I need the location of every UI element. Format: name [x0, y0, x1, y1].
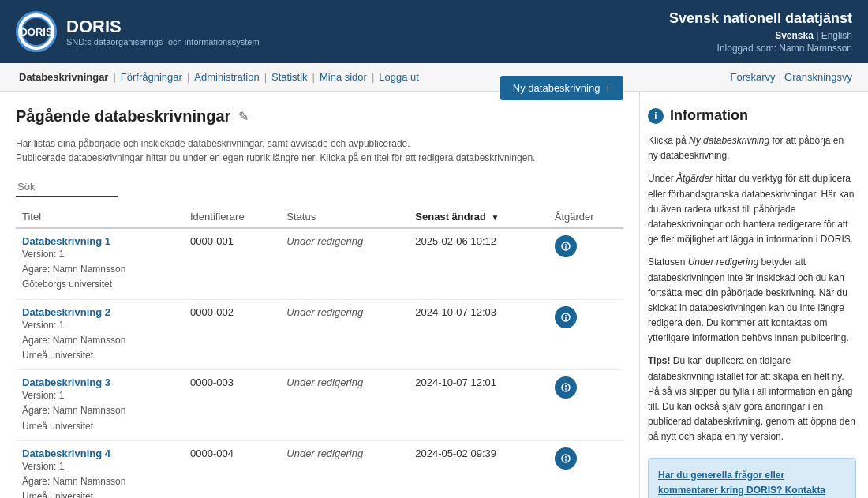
- logo-area: DORIS DORIS SND:s dataorganiserings- och…: [16, 11, 260, 52]
- svg-rect-10: [565, 388, 566, 391]
- info-title: Information: [670, 107, 748, 124]
- cell-identifier-3: 0000-004: [184, 440, 280, 498]
- cell-title-1: Databeskrivning 2 Version: 1 Ägare: Namn…: [16, 299, 184, 370]
- page-title-row: Pågående databeskrivningar ✎: [16, 107, 249, 125]
- sep1: |: [111, 71, 117, 83]
- table-row: Databeskrivning 1 Version: 1 Ägare: Namn…: [16, 228, 623, 299]
- cell-status-1: Under redigering: [280, 299, 409, 370]
- action-button-3[interactable]: [555, 447, 577, 470]
- page-description: Här listas dina påbörjade och inskickade…: [16, 137, 623, 165]
- record-meta-3: Version: 1 Ägare: Namn Namnsson Umeå uni…: [22, 459, 178, 498]
- lang-svenska[interactable]: Svenska: [775, 30, 814, 41]
- logo-text: DORIS SND:s dataorganiserings- och infor…: [66, 17, 260, 47]
- sep6: |: [779, 71, 781, 83]
- cell-status-3: Under redigering: [280, 440, 409, 498]
- action-button-0[interactable]: [555, 235, 577, 257]
- svg-text:DORIS: DORIS: [21, 26, 51, 38]
- cell-identifier-1: 0000-002: [184, 299, 280, 370]
- info-tip-box: Har du generella frågor eller kommentare…: [648, 458, 856, 498]
- record-title-3[interactable]: Databeskrivning 4: [22, 447, 178, 459]
- records-table: Titel Identifierare Status Senast ändrad…: [16, 206, 623, 498]
- sep5: |: [370, 71, 376, 83]
- nav-right: Forskarvy | Granskningsvy: [731, 71, 852, 83]
- service-name: Svensk nationell datatjänst: [669, 10, 852, 27]
- action-button-1[interactable]: [555, 306, 577, 328]
- new-databeskrivning-button[interactable]: Ny databeskrivning +: [500, 76, 623, 100]
- plus-icon: +: [604, 82, 611, 94]
- cell-identifier-0: 0000-001: [184, 228, 280, 299]
- contact-snd-link[interactable]: Har du generella frågor eller kommentare…: [658, 470, 825, 498]
- sidebar: i Information Klicka på Ny databeskrivni…: [639, 92, 868, 498]
- nav-statistik[interactable]: Statistik: [268, 71, 311, 83]
- svg-rect-13: [565, 458, 566, 461]
- action-button-2[interactable]: [555, 376, 577, 399]
- cell-date-0: 2025-02-06 10:12: [409, 228, 548, 299]
- info-para-4: Tips! Du kan duplicera en tidigare datab…: [648, 354, 856, 444]
- lang-english[interactable]: English: [821, 30, 852, 41]
- record-meta-0: Version: 1 Ägare: Namn Namnsson Göteborg…: [22, 247, 178, 293]
- table-row: Databeskrivning 3 Version: 1 Ägare: Namn…: [16, 370, 623, 441]
- nav-forskarvy[interactable]: Forskarvy: [731, 71, 776, 83]
- col-status: Status: [280, 206, 409, 228]
- cell-actions-3: [548, 440, 623, 498]
- logo-title: DORIS: [66, 17, 260, 37]
- info-circle-icon: i: [648, 108, 664, 124]
- sep3: |: [263, 71, 268, 83]
- content-area: Pågående databeskrivningar ✎ Ny databesk…: [0, 92, 639, 498]
- record-title-2[interactable]: Databeskrivning 3: [22, 376, 178, 388]
- sort-arrow: ▼: [492, 213, 499, 222]
- table-body: Databeskrivning 1 Version: 1 Ägare: Namn…: [16, 228, 623, 498]
- nav-forfrågningar[interactable]: Förfrågningar: [118, 71, 185, 83]
- info-panel: i Information Klicka på Ny databeskrivni…: [648, 107, 856, 498]
- search-row: [16, 178, 623, 197]
- cell-date-1: 2024-10-07 12:03: [409, 299, 548, 370]
- svg-point-6: [565, 315, 567, 316]
- col-atgarder: Åtgärder: [548, 206, 623, 228]
- edit-title-icon[interactable]: ✎: [238, 109, 249, 124]
- info-para-1: Klicka på Ny databeskrivning för att påb…: [648, 133, 856, 163]
- info-para-3: Statusen Under redigering betyder att da…: [648, 255, 856, 346]
- nav-left: Databeskrivningar | Förfrågningar | Admi…: [16, 71, 422, 83]
- col-identifierare: Identifierare: [184, 206, 280, 228]
- table-row: Databeskrivning 4 Version: 1 Ägare: Namn…: [16, 440, 623, 498]
- language-switcher[interactable]: Svenska | English: [669, 30, 852, 41]
- table-row: Databeskrivning 2 Version: 1 Ägare: Namn…: [16, 299, 623, 370]
- svg-rect-7: [565, 316, 566, 320]
- col-senast-andrad[interactable]: Senast ändrad ▼: [409, 206, 548, 228]
- logo-subtitle: SND:s dataorganiserings- och information…: [66, 37, 260, 47]
- record-title-1[interactable]: Databeskrivning 2: [22, 306, 178, 318]
- logged-in-label: Inloggad som: Namn Namnsson: [669, 43, 852, 54]
- record-meta-1: Version: 1 Ägare: Namn Namnsson Umeå uni…: [22, 318, 178, 364]
- sep4: |: [311, 71, 316, 83]
- nav-databeskrivningar[interactable]: Databeskrivningar: [16, 71, 111, 83]
- cell-date-2: 2024-10-07 12:01: [409, 370, 548, 441]
- cell-identifier-2: 0000-003: [184, 370, 280, 441]
- cell-title-3: Databeskrivning 4 Version: 1 Ägare: Namn…: [16, 440, 184, 498]
- nav-granskningsvy[interactable]: Granskningsvy: [784, 71, 852, 83]
- svg-point-9: [565, 385, 567, 387]
- desc-line1: Här listas dina påbörjade och inskickade…: [16, 138, 410, 149]
- new-button-label: Ny databeskrivning: [513, 82, 600, 94]
- search-input[interactable]: [16, 178, 118, 197]
- svg-point-12: [565, 456, 567, 458]
- cell-actions-1: [548, 299, 623, 370]
- desc-line2: Publicerade databeskrivningar hittar du …: [16, 152, 535, 163]
- nav-logga-ut[interactable]: Logga ut: [376, 71, 422, 83]
- col-titel: Titel: [16, 206, 184, 228]
- record-title-0[interactable]: Databeskrivning 1: [22, 235, 178, 247]
- page-title: Pågående databeskrivningar: [16, 107, 230, 125]
- info-body: Klicka på Ny databeskrivning för att påb…: [648, 133, 856, 445]
- cell-actions-2: [548, 370, 623, 441]
- cell-actions-0: [548, 228, 623, 299]
- nav-mina-sidor[interactable]: Mina sidor: [316, 71, 370, 83]
- sep2: |: [185, 71, 191, 83]
- record-meta-2: Version: 1 Ägare: Namn Namnsson Umeå uni…: [22, 388, 178, 434]
- info-header: i Information: [648, 107, 856, 124]
- cell-status-2: Under redigering: [280, 370, 409, 441]
- cell-title-2: Databeskrivning 3 Version: 1 Ägare: Namn…: [16, 370, 184, 441]
- main-layout: Pågående databeskrivningar ✎ Ny databesk…: [0, 92, 868, 498]
- svg-point-3: [565, 244, 567, 245]
- nav-administration[interactable]: Administration: [191, 71, 262, 83]
- header-right: Svensk nationell datatjänst Svenska | En…: [669, 10, 852, 54]
- cell-title-0: Databeskrivning 1 Version: 1 Ägare: Namn…: [16, 228, 184, 299]
